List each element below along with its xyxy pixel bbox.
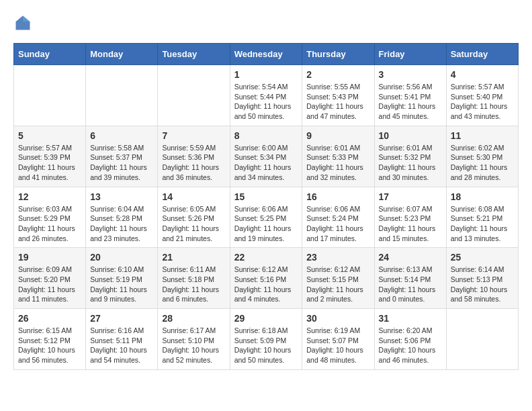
day-number: 11 bbox=[451, 130, 514, 141]
weekday-header: Monday bbox=[86, 44, 158, 65]
day-number: 24 bbox=[379, 252, 442, 263]
day-info: Sunrise: 6:15 AM Sunset: 5:12 PM Dayligh… bbox=[18, 326, 81, 365]
day-info: Sunrise: 5:54 AM Sunset: 5:44 PM Dayligh… bbox=[234, 82, 298, 122]
calendar-week-row: 19Sunrise: 6:09 AM Sunset: 5:20 PM Dayli… bbox=[14, 248, 519, 309]
calendar-cell: 26Sunrise: 6:15 AM Sunset: 5:12 PM Dayli… bbox=[14, 309, 86, 370]
day-number: 27 bbox=[90, 313, 153, 324]
calendar-cell: 19Sunrise: 6:09 AM Sunset: 5:20 PM Dayli… bbox=[14, 248, 86, 309]
day-number: 7 bbox=[162, 130, 225, 141]
day-number: 29 bbox=[234, 313, 298, 324]
day-info: Sunrise: 6:20 AM Sunset: 5:06 PM Dayligh… bbox=[379, 326, 442, 365]
day-info: Sunrise: 6:04 AM Sunset: 5:28 PM Dayligh… bbox=[90, 204, 153, 244]
logo bbox=[13, 13, 35, 32]
calendar-week-row: 12Sunrise: 6:03 AM Sunset: 5:29 PM Dayli… bbox=[14, 187, 519, 248]
calendar-header-row: SundayMondayTuesdayWednesdayThursdayFrid… bbox=[14, 44, 519, 65]
calendar-cell: 4Sunrise: 5:57 AM Sunset: 5:40 PM Daylig… bbox=[446, 65, 518, 126]
day-info: Sunrise: 5:59 AM Sunset: 5:36 PM Dayligh… bbox=[162, 143, 225, 183]
calendar-cell: 31Sunrise: 6:20 AM Sunset: 5:06 PM Dayli… bbox=[374, 309, 446, 370]
calendar-week-row: 1Sunrise: 5:54 AM Sunset: 5:44 PM Daylig… bbox=[14, 65, 519, 126]
weekday-header: Tuesday bbox=[158, 44, 230, 65]
calendar-cell: 23Sunrise: 6:12 AM Sunset: 5:15 PM Dayli… bbox=[302, 248, 374, 309]
calendar-cell: 1Sunrise: 5:54 AM Sunset: 5:44 PM Daylig… bbox=[230, 65, 302, 126]
calendar-cell: 18Sunrise: 6:08 AM Sunset: 5:21 PM Dayli… bbox=[446, 187, 518, 248]
day-info: Sunrise: 5:55 AM Sunset: 5:43 PM Dayligh… bbox=[306, 82, 369, 122]
day-number: 10 bbox=[379, 130, 442, 141]
calendar-cell: 27Sunrise: 6:16 AM Sunset: 5:11 PM Dayli… bbox=[86, 309, 158, 370]
day-number: 22 bbox=[234, 252, 298, 263]
page-header bbox=[13, 13, 519, 32]
calendar-cell: 29Sunrise: 6:18 AM Sunset: 5:09 PM Dayli… bbox=[230, 309, 302, 370]
day-number: 8 bbox=[234, 130, 298, 141]
weekday-header: Friday bbox=[374, 44, 446, 65]
day-number: 20 bbox=[90, 252, 153, 263]
calendar-cell: 25Sunrise: 6:14 AM Sunset: 5:13 PM Dayli… bbox=[446, 248, 518, 309]
day-info: Sunrise: 6:12 AM Sunset: 5:15 PM Dayligh… bbox=[306, 265, 369, 304]
calendar-cell: 3Sunrise: 5:56 AM Sunset: 5:41 PM Daylig… bbox=[374, 65, 446, 126]
svg-marker-1 bbox=[23, 16, 30, 22]
logo-icon bbox=[13, 13, 32, 32]
calendar-cell bbox=[86, 65, 158, 126]
day-number: 18 bbox=[451, 191, 514, 202]
day-info: Sunrise: 6:01 AM Sunset: 5:32 PM Dayligh… bbox=[379, 143, 442, 183]
day-number: 23 bbox=[306, 252, 369, 263]
calendar-cell: 11Sunrise: 6:02 AM Sunset: 5:30 PM Dayli… bbox=[446, 126, 518, 187]
calendar-cell bbox=[446, 309, 518, 370]
day-number: 13 bbox=[90, 191, 153, 202]
day-info: Sunrise: 6:05 AM Sunset: 5:26 PM Dayligh… bbox=[162, 204, 225, 244]
day-info: Sunrise: 6:13 AM Sunset: 5:14 PM Dayligh… bbox=[379, 265, 442, 304]
day-number: 25 bbox=[451, 252, 514, 263]
calendar-cell: 14Sunrise: 6:05 AM Sunset: 5:26 PM Dayli… bbox=[158, 187, 230, 248]
calendar-cell: 13Sunrise: 6:04 AM Sunset: 5:28 PM Dayli… bbox=[86, 187, 158, 248]
day-number: 28 bbox=[162, 313, 225, 324]
day-number: 26 bbox=[18, 313, 81, 324]
calendar-cell: 20Sunrise: 6:10 AM Sunset: 5:19 PM Dayli… bbox=[86, 248, 158, 309]
calendar-cell: 9Sunrise: 6:01 AM Sunset: 5:33 PM Daylig… bbox=[302, 126, 374, 187]
day-info: Sunrise: 6:14 AM Sunset: 5:13 PM Dayligh… bbox=[451, 265, 514, 304]
calendar-cell: 6Sunrise: 5:58 AM Sunset: 5:37 PM Daylig… bbox=[86, 126, 158, 187]
day-number: 14 bbox=[162, 191, 225, 202]
calendar-cell bbox=[14, 65, 86, 126]
day-info: Sunrise: 6:17 AM Sunset: 5:10 PM Dayligh… bbox=[162, 326, 225, 365]
day-info: Sunrise: 6:10 AM Sunset: 5:19 PM Dayligh… bbox=[90, 265, 153, 304]
day-info: Sunrise: 6:03 AM Sunset: 5:29 PM Dayligh… bbox=[18, 204, 81, 244]
calendar-cell: 28Sunrise: 6:17 AM Sunset: 5:10 PM Dayli… bbox=[158, 309, 230, 370]
day-info: Sunrise: 6:07 AM Sunset: 5:23 PM Dayligh… bbox=[379, 204, 442, 244]
calendar-table: SundayMondayTuesdayWednesdayThursdayFrid… bbox=[13, 43, 519, 370]
calendar-cell: 30Sunrise: 6:19 AM Sunset: 5:07 PM Dayli… bbox=[302, 309, 374, 370]
day-number: 5 bbox=[18, 130, 81, 141]
calendar-cell: 12Sunrise: 6:03 AM Sunset: 5:29 PM Dayli… bbox=[14, 187, 86, 248]
weekday-header: Thursday bbox=[302, 44, 374, 65]
day-number: 12 bbox=[18, 191, 81, 202]
calendar-cell: 22Sunrise: 6:12 AM Sunset: 5:16 PM Dayli… bbox=[230, 248, 302, 309]
day-number: 6 bbox=[90, 130, 153, 141]
day-number: 4 bbox=[451, 69, 514, 80]
day-info: Sunrise: 6:06 AM Sunset: 5:24 PM Dayligh… bbox=[306, 204, 369, 244]
day-number: 19 bbox=[18, 252, 81, 263]
weekday-header: Saturday bbox=[446, 44, 518, 65]
day-info: Sunrise: 6:19 AM Sunset: 5:07 PM Dayligh… bbox=[306, 326, 369, 365]
day-info: Sunrise: 6:00 AM Sunset: 5:34 PM Dayligh… bbox=[234, 143, 298, 183]
day-info: Sunrise: 5:57 AM Sunset: 5:39 PM Dayligh… bbox=[18, 143, 81, 183]
day-info: Sunrise: 5:58 AM Sunset: 5:37 PM Dayligh… bbox=[90, 143, 153, 183]
calendar-cell: 8Sunrise: 6:00 AM Sunset: 5:34 PM Daylig… bbox=[230, 126, 302, 187]
calendar-cell: 5Sunrise: 5:57 AM Sunset: 5:39 PM Daylig… bbox=[14, 126, 86, 187]
day-number: 17 bbox=[379, 191, 442, 202]
day-info: Sunrise: 5:57 AM Sunset: 5:40 PM Dayligh… bbox=[451, 82, 514, 122]
day-info: Sunrise: 6:02 AM Sunset: 5:30 PM Dayligh… bbox=[451, 143, 514, 183]
calendar-week-row: 5Sunrise: 5:57 AM Sunset: 5:39 PM Daylig… bbox=[14, 126, 519, 187]
day-info: Sunrise: 6:12 AM Sunset: 5:16 PM Dayligh… bbox=[234, 265, 298, 304]
calendar-cell: 2Sunrise: 5:55 AM Sunset: 5:43 PM Daylig… bbox=[302, 65, 374, 126]
calendar-cell: 15Sunrise: 6:06 AM Sunset: 5:25 PM Dayli… bbox=[230, 187, 302, 248]
day-info: Sunrise: 6:16 AM Sunset: 5:11 PM Dayligh… bbox=[90, 326, 153, 365]
day-number: 3 bbox=[379, 69, 442, 80]
day-number: 1 bbox=[234, 69, 298, 80]
day-info: Sunrise: 5:56 AM Sunset: 5:41 PM Dayligh… bbox=[379, 82, 442, 122]
day-number: 30 bbox=[306, 313, 369, 324]
day-number: 16 bbox=[306, 191, 369, 202]
day-info: Sunrise: 6:08 AM Sunset: 5:21 PM Dayligh… bbox=[451, 204, 514, 244]
day-info: Sunrise: 6:01 AM Sunset: 5:33 PM Dayligh… bbox=[306, 143, 369, 183]
day-number: 21 bbox=[162, 252, 225, 263]
day-number: 9 bbox=[306, 130, 369, 141]
calendar-cell bbox=[158, 65, 230, 126]
day-info: Sunrise: 6:09 AM Sunset: 5:20 PM Dayligh… bbox=[18, 265, 81, 304]
